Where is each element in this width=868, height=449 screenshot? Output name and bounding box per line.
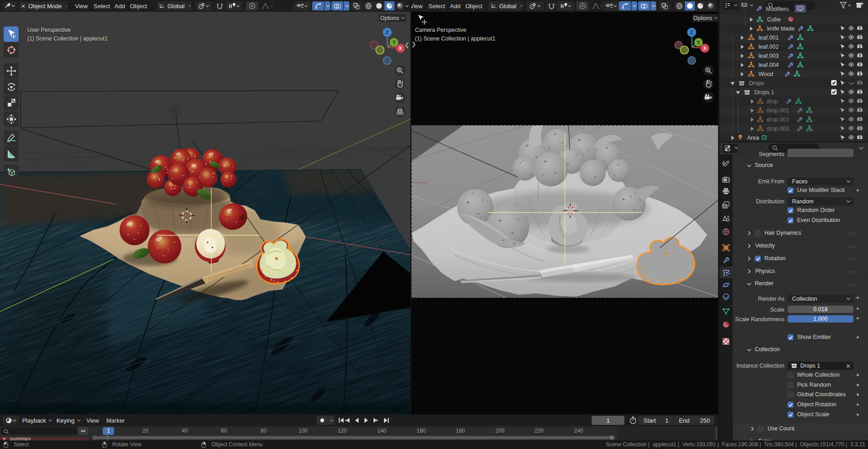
svg-text:leaf.003: leaf.003	[758, 53, 779, 59]
svg-text:Cube: Cube	[767, 16, 781, 23]
svg-text:Z: Z	[386, 30, 389, 35]
svg-text:leaf.004: leaf.004	[758, 62, 779, 68]
svg-text:drop.003: drop.003	[767, 126, 789, 132]
svg-text:drop.002: drop.002	[767, 116, 789, 123]
svg-text:drop: drop	[767, 98, 778, 105]
svg-text:Modifiers: Modifiers	[766, 6, 789, 12]
svg-text:Y: Y	[392, 40, 396, 45]
svg-text:knife blade: knife blade	[767, 25, 795, 32]
svg-text:drop.001: drop.001	[767, 107, 789, 114]
svg-text:leaf.002: leaf.002	[758, 44, 779, 50]
svg-text:X: X	[399, 45, 402, 51]
svg-text:X: X	[703, 45, 707, 51]
svg-text:Drops 1: Drops 1	[754, 89, 774, 96]
svg-text:leaf.001: leaf.001	[758, 35, 779, 41]
svg-text:Wood: Wood	[758, 71, 773, 77]
svg-text:Z: Z	[690, 30, 693, 35]
svg-text:Area: Area	[747, 135, 759, 141]
svg-text:Drops: Drops	[749, 80, 764, 86]
svg-text:Y: Y	[697, 40, 700, 45]
